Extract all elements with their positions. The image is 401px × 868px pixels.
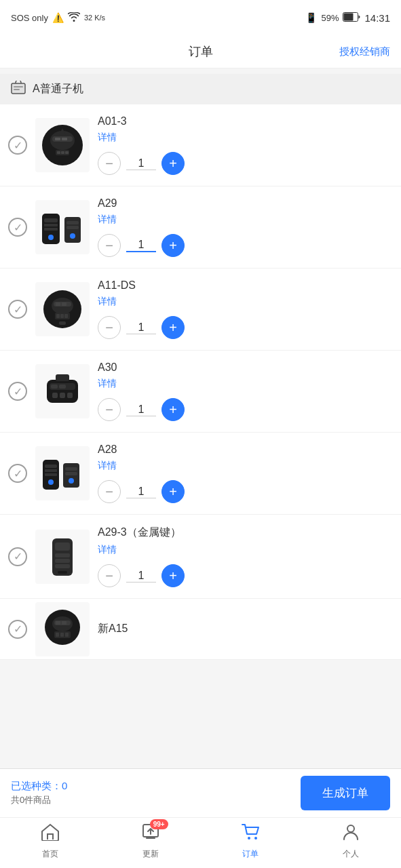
product-image-4 xyxy=(35,364,90,418)
svg-rect-11 xyxy=(57,151,60,154)
svg-rect-48 xyxy=(65,472,77,475)
product-info-1: A01-3 详情 − + xyxy=(98,115,393,175)
nav-item-update[interactable]: 99+ 更新 xyxy=(141,823,160,860)
product-item-1: ✓ A01-3 详情 − + xyxy=(0,104,401,186)
product-checkbox-7[interactable]: ✓ xyxy=(8,620,27,639)
product-checkbox-5[interactable]: ✓ xyxy=(8,464,27,483)
svg-rect-4 xyxy=(14,89,20,90)
svg-rect-36 xyxy=(59,384,66,389)
product-name-6: A29-3（金属键） xyxy=(98,526,393,540)
battery-icon xyxy=(343,12,360,24)
svg-point-49 xyxy=(69,478,74,484)
qty-input-4[interactable] xyxy=(126,403,156,416)
qty-input-1[interactable] xyxy=(126,157,156,170)
product-name-7: 新A15 xyxy=(98,622,393,636)
product-image-6 xyxy=(35,530,90,584)
qty-minus-2[interactable]: − xyxy=(98,234,121,257)
product-controls-3: − + xyxy=(98,316,393,339)
category-header: A普通子机 xyxy=(0,74,401,104)
product-image-5 xyxy=(35,446,90,500)
time: 14:31 xyxy=(364,12,390,24)
product-detail-link-5[interactable]: 详情 xyxy=(98,460,393,472)
qty-plus-2[interactable]: + xyxy=(161,234,185,257)
nav-label-order: 订单 xyxy=(242,848,259,860)
product-controls-2: − + xyxy=(98,234,393,257)
svg-rect-16 xyxy=(44,224,58,226)
product-checkbox-3[interactable]: ✓ xyxy=(8,300,27,319)
svg-rect-64 xyxy=(65,633,69,637)
svg-rect-2 xyxy=(12,83,25,94)
svg-rect-17 xyxy=(44,228,58,231)
product-image-2 xyxy=(35,200,90,254)
status-right: 📱 59% 14:31 xyxy=(305,12,390,24)
product-detail-link-2[interactable]: 详情 xyxy=(98,214,393,226)
svg-rect-55 xyxy=(58,571,67,574)
qty-minus-4[interactable]: − xyxy=(98,398,121,421)
cart-icon xyxy=(241,823,260,846)
product-list: ✓ A01-3 详情 − + xyxy=(0,104,401,660)
qty-plus-5[interactable]: + xyxy=(161,480,185,503)
generate-order-button[interactable]: 生成订单 xyxy=(301,776,390,810)
page-header: 订单 授权经销商 xyxy=(0,35,401,68)
qty-minus-3[interactable]: − xyxy=(98,316,121,339)
product-image-1 xyxy=(35,118,90,172)
product-info-6: A29-3（金属键） 详情 − + xyxy=(98,526,393,587)
qty-input-5[interactable] xyxy=(126,486,156,498)
qty-plus-4[interactable]: + xyxy=(161,398,185,421)
svg-rect-42 xyxy=(45,465,57,468)
qty-input-3[interactable] xyxy=(126,321,156,334)
phone-icon: 📱 xyxy=(305,12,317,23)
qty-plus-3[interactable]: + xyxy=(161,316,185,339)
warning-icon: ⚠️ xyxy=(52,12,64,23)
home-icon xyxy=(41,823,60,846)
selected-label: 已选种类： xyxy=(11,780,62,791)
wifi-icon xyxy=(68,12,80,24)
product-item-7: ✓ 新A15 xyxy=(0,599,401,660)
product-name-1: A01-3 xyxy=(98,115,393,127)
svg-rect-29 xyxy=(56,314,60,318)
product-item-6: ✓ A29-3（金属键） 详情 − + xyxy=(0,515,401,599)
product-detail-link-1[interactable]: 详情 xyxy=(98,132,393,144)
product-checkbox-4[interactable]: ✓ xyxy=(8,382,27,401)
svg-rect-39 xyxy=(67,393,73,398)
product-controls-6: − + xyxy=(98,564,393,587)
product-info-5: A28 详情 − + xyxy=(98,443,393,503)
qty-plus-1[interactable]: + xyxy=(161,152,185,175)
qty-minus-5[interactable]: − xyxy=(98,480,121,503)
qty-minus-6[interactable]: − xyxy=(98,564,121,587)
check-icon-3: ✓ xyxy=(14,303,22,316)
qty-input-2[interactable] xyxy=(126,239,156,252)
product-detail-link-4[interactable]: 详情 xyxy=(98,378,393,390)
product-image-3 xyxy=(35,282,90,336)
svg-point-67 xyxy=(254,837,257,840)
svg-rect-12 xyxy=(61,151,64,154)
product-checkbox-6[interactable]: ✓ xyxy=(8,547,27,566)
svg-point-45 xyxy=(48,479,54,485)
footer-summary: 已选种类：0 共0件商品 生成订单 xyxy=(0,769,401,817)
product-item-4: ✓ A30 详情 − + xyxy=(0,351,401,433)
svg-rect-8 xyxy=(55,138,60,140)
nav-item-order[interactable]: 订单 xyxy=(241,823,260,860)
svg-rect-60 xyxy=(62,621,66,625)
product-controls-1: − + xyxy=(98,152,393,175)
svg-rect-21 xyxy=(66,226,79,229)
nav-item-home[interactable]: 首页 xyxy=(41,823,60,860)
qty-minus-1[interactable]: − xyxy=(98,152,121,175)
svg-rect-59 xyxy=(56,621,60,625)
svg-rect-1 xyxy=(344,13,354,20)
product-name-3: A11-DS xyxy=(98,279,393,292)
check-icon-1: ✓ xyxy=(14,139,22,152)
product-detail-link-3[interactable]: 详情 xyxy=(98,296,393,308)
selected-count: 已选种类：0 xyxy=(11,780,67,793)
product-checkbox-2[interactable]: ✓ xyxy=(8,218,27,237)
footer-summary-left: 已选种类：0 共0件商品 xyxy=(11,780,67,806)
svg-rect-13 xyxy=(65,151,69,154)
qty-input-6[interactable] xyxy=(126,570,156,583)
product-detail-link-6[interactable]: 详情 xyxy=(98,544,393,556)
svg-rect-3 xyxy=(14,86,23,87)
qty-plus-6[interactable]: + xyxy=(161,564,185,587)
page-title: 订单 xyxy=(189,43,213,60)
nav-item-profile[interactable]: 个人 xyxy=(341,823,360,860)
authorized-dealer-link[interactable]: 授权经销商 xyxy=(339,45,390,58)
product-checkbox-1[interactable]: ✓ xyxy=(8,136,27,155)
